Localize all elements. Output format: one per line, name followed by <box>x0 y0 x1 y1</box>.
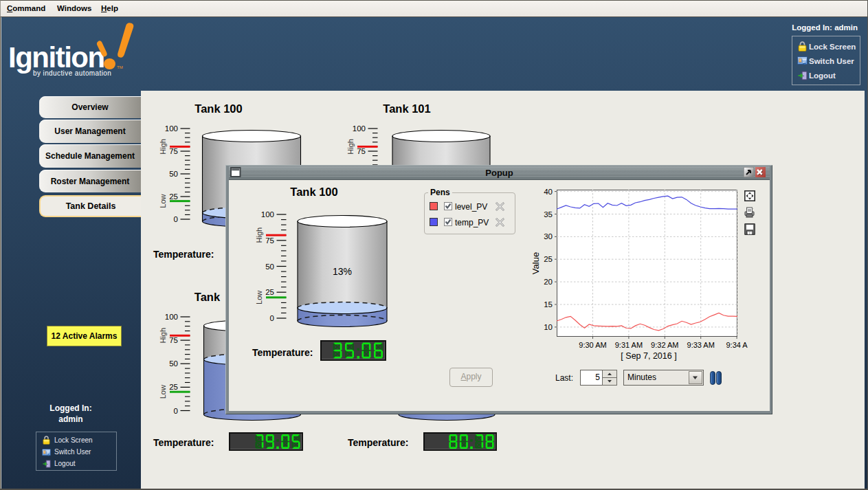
svg-text:9:34 A: 9:34 A <box>726 341 748 349</box>
svg-text:75: 75 <box>169 147 178 155</box>
svg-text:25: 25 <box>169 383 178 391</box>
svg-text:Value: Value <box>531 252 541 274</box>
svg-text:100: 100 <box>165 124 178 133</box>
svg-text:25: 25 <box>544 255 553 263</box>
svg-text:TM: TM <box>117 65 123 69</box>
svg-text:35: 35 <box>544 210 553 219</box>
svg-text:Tank 101: Tank 101 <box>383 102 430 115</box>
svg-text:9:33 AM: 9:33 AM <box>687 341 715 349</box>
svg-text:[ Sep 7, 2016 ]: [ Sep 7, 2016 ] <box>621 351 676 361</box>
svg-text:15: 15 <box>544 300 553 309</box>
svg-text:9:31 AM: 9:31 AM <box>615 341 643 349</box>
svg-text:25: 25 <box>265 288 274 296</box>
svg-text:9:30 AM: 9:30 AM <box>579 341 606 349</box>
svg-text:13%: 13% <box>333 266 352 277</box>
svg-text:High: High <box>159 139 167 155</box>
svg-text:20: 20 <box>544 278 553 286</box>
svg-text:100: 100 <box>353 124 366 133</box>
svg-text:Tank 100: Tank 100 <box>194 102 242 115</box>
svg-text:9:32 AM: 9:32 AM <box>651 341 678 349</box>
svg-text:50: 50 <box>169 170 178 178</box>
svg-text:50: 50 <box>265 263 274 271</box>
svg-text:100: 100 <box>165 313 178 321</box>
svg-text:Low: Low <box>255 291 263 304</box>
svg-text:0: 0 <box>270 314 274 322</box>
svg-text:Low: Low <box>159 194 167 208</box>
svg-text:High: High <box>255 227 263 243</box>
svg-text:0: 0 <box>174 215 178 223</box>
svg-text:75: 75 <box>357 147 366 155</box>
svg-text:100: 100 <box>261 210 274 219</box>
svg-text:Low: Low <box>159 385 167 399</box>
svg-text:0: 0 <box>174 407 178 415</box>
svg-text:30: 30 <box>544 232 553 241</box>
svg-text:High: High <box>159 328 167 344</box>
svg-text:High: High <box>346 139 355 155</box>
svg-text:10: 10 <box>544 323 553 331</box>
svg-text:75: 75 <box>265 236 274 245</box>
svg-text:75: 75 <box>169 336 178 344</box>
svg-text:40: 40 <box>544 188 553 196</box>
svg-text:50: 50 <box>169 359 178 368</box>
svg-text:Tank 100: Tank 100 <box>290 186 337 198</box>
svg-text:25: 25 <box>169 192 178 201</box>
